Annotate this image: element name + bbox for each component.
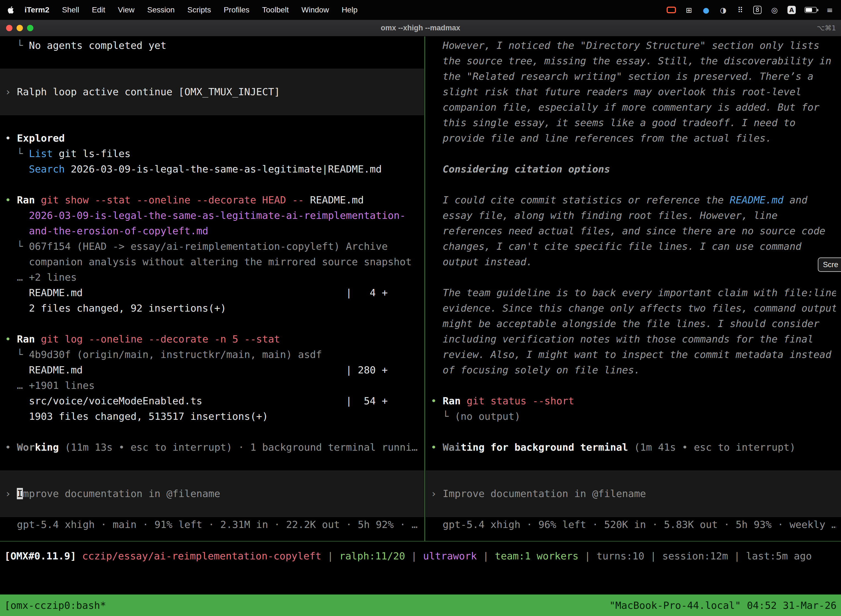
- pane-divider[interactable]: [424, 37, 425, 541]
- menu-item-scripts[interactable]: Scripts: [188, 6, 211, 14]
- window-title-bar[interactable]: omx --xhigh --madmax ⌥⌘1: [0, 20, 841, 37]
- terminal-line: [431, 146, 836, 161]
- notice-box: › Ralph loop active continue [OMX_TMUX_I…: [0, 69, 424, 115]
- menu-item-toolbelt[interactable]: Toolbelt: [262, 6, 289, 14]
- terminal-line: └ (no output): [431, 409, 836, 424]
- terminal-line: the source tree, missing the essay. Stil…: [431, 53, 836, 69]
- prompt-box[interactable]: › Improve documentation in @filename: [426, 471, 841, 517]
- terminal-line: 2026-03-09-is-legal-the-same-as-legitima…: [5, 208, 419, 223]
- window-title: omx --xhigh --madmax: [0, 24, 841, 32]
- menu-item-profiles[interactable]: Profiles: [224, 6, 249, 14]
- terminal-line: [431, 455, 836, 471]
- terminal-line: └ 067f154 (HEAD -> essay/ai-reimplementa…: [5, 239, 419, 254]
- prompt-input[interactable]: › Improve documentation in @filename: [431, 486, 836, 502]
- terminal-line: README.md | 4 +: [5, 285, 419, 301]
- menu-item-window[interactable]: Window: [302, 6, 329, 14]
- terminal-line: [431, 378, 836, 393]
- terminal-line: changes, I can't cite specific file line…: [431, 239, 836, 254]
- terminal-line: and-the-erosion-of-copyleft.md: [5, 223, 419, 239]
- menu-item-iterm2[interactable]: iTerm2: [25, 6, 49, 14]
- apple-menu-icon[interactable]: [7, 6, 14, 14]
- tmux-host-time-label: "MacBook-Pro-44.local" 04:52 31-Mar-26: [609, 600, 837, 611]
- terminal-line: [5, 316, 419, 331]
- terminal-line: └ 4b9d30f (origin/main, instructkr/main,…: [5, 347, 419, 362]
- prompt-box[interactable]: › Improve documentation in @filename: [0, 471, 424, 517]
- terminal-line: companion file, especially if more comme…: [431, 100, 836, 115]
- terminal: └ No agents completed yet› Ralph loop ac…: [0, 37, 841, 616]
- tmux-session-label: [omx-cczip0:bash*: [4, 600, 106, 611]
- terminal-line: └ List git ls-files: [5, 146, 419, 161]
- terminal-line: The team guideline is to back every impo…: [431, 285, 836, 301]
- menu-item-view[interactable]: View: [118, 6, 134, 14]
- control-center-icon[interactable]: ≡: [826, 5, 834, 15]
- terminal-line: Search 2026-03-09-is-legal-the-same-as-l…: [5, 161, 419, 177]
- inject-notice: › Ralph loop active continue [OMX_TMUX_I…: [5, 84, 419, 100]
- terminal-line: companion analysis without altering the …: [5, 254, 419, 270]
- keyboard-grid-icon[interactable]: ⊞: [685, 5, 693, 15]
- screen-overlay-button[interactable]: Scre: [818, 258, 841, 272]
- terminal-line: … +2 lines: [5, 270, 419, 285]
- input-source-icon[interactable]: A: [787, 6, 796, 14]
- terminal-line: 2 files changed, 92 insertions(+): [5, 301, 419, 316]
- window-shortcut: ⌥⌘1: [817, 24, 836, 32]
- omx-status-line: [OMX#0.11.9] cczip/essay/ai-reimplementa…: [0, 549, 841, 564]
- terminal-line: [5, 53, 419, 69]
- screen-recording-icon[interactable]: [667, 7, 676, 13]
- terminal-line: the "Related research writing" section i…: [431, 69, 836, 84]
- blue-app-icon[interactable]: ●: [702, 5, 710, 15]
- terminal-line: references need actual files, and since …: [431, 223, 836, 239]
- menu-bar-items: iTerm2ShellEditViewSessionScriptsProfile…: [18, 6, 364, 14]
- terminal-line: … +1901 lines: [5, 378, 419, 393]
- menu-bar: iTerm2ShellEditViewSessionScriptsProfile…: [0, 0, 841, 20]
- terminal-line: evidence. Since this change only affects…: [431, 301, 836, 316]
- terminal-line: provide file and line references from th…: [431, 131, 836, 146]
- battery-icon[interactable]: [804, 7, 817, 13]
- circle-app-icon[interactable]: ◎: [771, 5, 779, 15]
- menu-item-session[interactable]: Session: [147, 6, 175, 14]
- menu-item-help[interactable]: Help: [341, 6, 357, 14]
- terminal-line: └ No agents completed yet: [5, 38, 419, 53]
- menu-item-shell[interactable]: Shell: [62, 6, 79, 14]
- dots-grid-icon[interactable]: ⠿: [736, 5, 744, 15]
- terminal-line: [431, 177, 836, 192]
- terminal-line: might be acceptable alongside the file l…: [431, 316, 836, 331]
- terminal-line: [5, 424, 419, 440]
- model-status-line: gpt-5.4 xhigh · main · 91% left · 2.31M …: [5, 517, 419, 532]
- agent-working-line: • Working (11m 13s • esc to interrupt) ·…: [5, 440, 419, 455]
- terminal-line: However, I noticed the "Directory Struct…: [431, 38, 836, 53]
- agent-waiting-line: • Waiting for background terminal (1m 41…: [431, 440, 836, 455]
- terminal-line: [431, 424, 836, 440]
- prompt-input[interactable]: › Improve documentation in @filename: [5, 486, 419, 502]
- model-status-line: gpt-5.4 xhigh · 96% left · 520K in · 5.8…: [431, 517, 836, 532]
- status-icons: ⊞●◑⠿8◎A≡: [667, 5, 834, 15]
- terminal-line: [5, 177, 419, 192]
- terminal-line: slight risk that future readers may over…: [431, 84, 836, 100]
- terminal-line: README.md | 280 +: [5, 362, 419, 378]
- menu-item-edit[interactable]: Edit: [92, 6, 105, 14]
- reasoning-heading: Considering citation options: [431, 161, 836, 177]
- terminal-line: [5, 455, 419, 471]
- tmux-status-bar: [omx-cczip0:bash* "MacBook-Pro-44.local"…: [0, 594, 841, 616]
- terminal-line: essay file, along with finding root file…: [431, 208, 836, 223]
- pane-right[interactable]: However, I noticed the "Directory Struct…: [426, 37, 841, 541]
- terminal-line: • Ran git log --oneline --decorate -n 5 …: [5, 331, 419, 347]
- terminal-line: of focusing solely on file lines.: [431, 362, 836, 378]
- terminal-line: including verification notes with those …: [431, 331, 836, 347]
- terminal-line: 1903 files changed, 513517 insertions(+): [5, 409, 419, 424]
- terminal-line: • Ran git show --stat --oneline --decora…: [5, 192, 419, 208]
- terminal-line: I could cite commit statistics or refere…: [431, 192, 836, 208]
- terminal-line: this single essay, it seems like a good …: [431, 115, 836, 131]
- terminal-line: src/voice/voiceModeEnabled.ts | 54 +: [5, 393, 419, 409]
- terminal-line: review. Also, I might want to inspect th…: [431, 347, 836, 362]
- terminal-line: [5, 115, 419, 131]
- dark-app-icon[interactable]: ◑: [719, 5, 727, 15]
- terminal-line: [431, 270, 836, 285]
- terminal-line: output instead.: [431, 254, 836, 270]
- pane-left[interactable]: └ No agents completed yet› Ralph loop ac…: [0, 37, 424, 541]
- omx-status-bar: [OMX#0.11.9] cczip/essay/ai-reimplementa…: [0, 541, 841, 564]
- terminal-line: • Explored: [5, 131, 419, 146]
- terminal-line: • Ran git status --short: [431, 393, 836, 409]
- number-8-icon[interactable]: 8: [753, 6, 762, 14]
